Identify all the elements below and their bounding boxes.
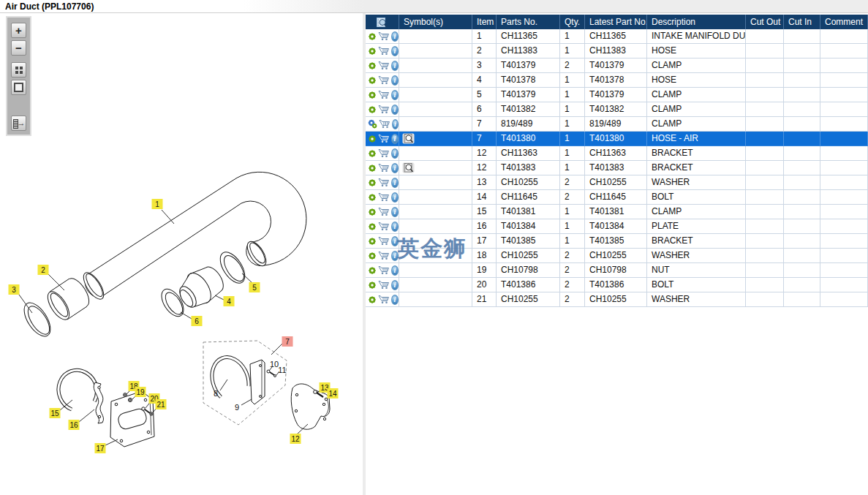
gear-icon[interactable] — [368, 295, 377, 304]
gear-multi-icon[interactable] — [368, 119, 377, 129]
column-header-description[interactable]: Description — [647, 15, 746, 29]
callout-17[interactable]: 17 — [95, 443, 106, 453]
collapse-panel-button[interactable] — [11, 116, 26, 131]
gear-icon[interactable] — [368, 164, 377, 173]
info-icon[interactable]: i — [391, 31, 399, 42]
info-icon[interactable]: i — [392, 119, 399, 129]
table-row[interactable]: i2CH113831CH11383HOSE — [366, 44, 868, 58]
info-icon[interactable]: i — [391, 61, 399, 71]
gear-icon[interactable] — [368, 76, 377, 85]
callout-19[interactable]: 19 — [135, 387, 146, 397]
column-header-cut_out[interactable]: Cut Out — [746, 15, 784, 29]
gear-icon[interactable] — [368, 105, 377, 114]
table-row[interactable]: i1CH113651CH11365INTAKE MANIFOLD DUCT — [366, 29, 868, 44]
callout-12[interactable]: 12 — [290, 434, 301, 444]
info-icon[interactable]: i — [391, 280, 399, 290]
table-row[interactable]: i7819/4891819/489CLAMP — [366, 117, 868, 132]
column-header-actions[interactable] — [366, 15, 399, 29]
cart-icon[interactable] — [378, 192, 390, 202]
column-header-qty[interactable]: Qty. — [560, 15, 585, 29]
symbol-image-icon[interactable] — [402, 162, 415, 173]
callout-4[interactable]: 4 — [224, 296, 235, 306]
column-header-cut_in[interactable]: Cut In — [784, 15, 820, 29]
callout-16[interactable]: 16 — [69, 420, 80, 430]
gear-icon[interactable] — [368, 178, 377, 187]
table-row[interactable]: i12CH113631CH11363BRACKET — [366, 146, 868, 161]
zoom-out-button[interactable] — [11, 40, 26, 56]
info-icon[interactable]: i — [391, 75, 399, 86]
info-icon[interactable]: i — [391, 295, 399, 305]
column-header-item[interactable]: Item — [472, 15, 497, 29]
info-icon[interactable]: i — [391, 105, 399, 115]
cart-icon[interactable] — [378, 90, 390, 99]
column-header-comment[interactable]: Comment — [820, 15, 868, 29]
cart-icon[interactable] — [378, 148, 390, 158]
table-row-selected[interactable]: i7T4013801T401380HOSE - AIR — [366, 132, 868, 146]
callout-3[interactable]: 3 — [9, 284, 20, 295]
callout-14[interactable]: 14 — [328, 388, 339, 398]
callout-7[interactable]: 7 — [282, 336, 293, 347]
table-row[interactable]: i13CH102552CH10255WASHER — [366, 175, 868, 190]
info-icon[interactable]: i — [391, 192, 399, 203]
tile-view-button[interactable] — [11, 62, 26, 78]
gear-icon[interactable] — [368, 135, 377, 143]
cart-icon[interactable] — [378, 46, 390, 56]
cart-icon[interactable] — [378, 207, 390, 216]
table-row[interactable]: i21CH102552CH10255WASHER — [366, 292, 868, 307]
callout-6[interactable]: 6 — [192, 316, 203, 326]
callout-21[interactable]: 21 — [156, 399, 167, 409]
cart-icon[interactable] — [378, 75, 390, 85]
table-row[interactable]: i4T4013781T401378HOSE — [366, 73, 868, 88]
table-row[interactable]: i19CH107982CH10798NUT — [366, 263, 868, 278]
table-row[interactable]: i20T4013862T401386BOLT — [366, 278, 868, 292]
symbol-image-icon[interactable] — [402, 133, 415, 144]
table-row[interactable]: i17T4013851T401385BRACKET — [366, 234, 868, 249]
gear-icon[interactable] — [368, 266, 377, 275]
info-icon[interactable]: i — [391, 148, 399, 159]
gear-icon[interactable] — [368, 61, 377, 70]
callout-2[interactable]: 2 — [38, 265, 49, 275]
table-row[interactable]: i15T4013811T401381CLAMP — [366, 205, 868, 219]
callout-15[interactable]: 15 — [50, 408, 61, 418]
gear-icon[interactable] — [368, 32, 377, 41]
cart-icon[interactable] — [378, 134, 390, 143]
gear-icon[interactable] — [368, 237, 377, 246]
info-icon[interactable]: i — [391, 163, 399, 173]
cart-icon[interactable] — [378, 280, 390, 290]
cart-icon[interactable] — [378, 163, 390, 173]
info-icon[interactable]: i — [391, 46, 399, 56]
column-header-parts_no[interactable]: Parts No. — [497, 15, 560, 29]
info-icon[interactable]: i — [391, 222, 399, 232]
gear-icon[interactable] — [368, 281, 377, 290]
cart-icon[interactable] — [378, 178, 390, 187]
gear-icon[interactable] — [368, 252, 377, 260]
zoom-in-button[interactable] — [11, 23, 26, 38]
cart-icon[interactable] — [378, 222, 390, 231]
symbol-cell[interactable] — [399, 161, 472, 175]
callout-5[interactable]: 5 — [249, 282, 260, 292]
cart-icon[interactable] — [378, 105, 390, 114]
table-row[interactable]: i18CH102552CH10255WASHER — [366, 249, 868, 263]
table-row[interactable]: i5T4013791T401379CLAMP — [366, 88, 868, 102]
callout-1[interactable]: 1 — [152, 199, 163, 209]
table-row[interactable]: i14CH116452CH11645BOLT — [366, 190, 868, 205]
cart-icon[interactable] — [378, 236, 390, 246]
cart-icon[interactable] — [378, 61, 390, 70]
table-row[interactable]: i12T4013831T401383BRACKET — [366, 161, 868, 175]
cart-icon[interactable] — [379, 119, 390, 129]
column-header-symbols[interactable]: Symbol(s) — [399, 15, 472, 29]
table-row[interactable]: i6T4013821T401382CLAMP — [366, 102, 868, 117]
info-icon[interactable]: i — [391, 134, 399, 144]
table-row[interactable]: i16T4013841T401384PLATE — [366, 219, 868, 234]
info-icon[interactable]: i — [391, 207, 399, 217]
column-header-latest_part_no[interactable]: Latest Part No. — [585, 15, 647, 29]
info-icon[interactable]: i — [391, 178, 399, 188]
info-icon[interactable]: i — [391, 251, 399, 261]
gear-icon[interactable] — [368, 208, 377, 216]
table-row[interactable]: i3T4013792T401379CLAMP — [366, 58, 868, 73]
symbol-cell[interactable] — [399, 132, 472, 146]
info-icon[interactable]: i — [391, 265, 399, 276]
cart-icon[interactable] — [378, 251, 390, 260]
info-icon[interactable]: i — [391, 236, 399, 246]
gear-icon[interactable] — [368, 91, 377, 99]
